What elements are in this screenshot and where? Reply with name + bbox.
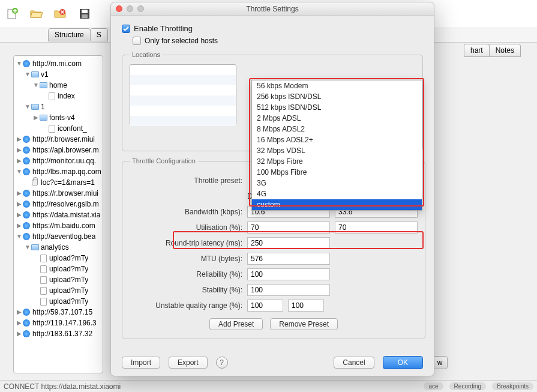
status-breakpoints[interactable]: Breakpoints: [492, 382, 533, 390]
tree-item[interactable]: upload?mTy: [15, 285, 101, 296]
reliability-label: Reliability (%):: [130, 270, 242, 279]
tree-item[interactable]: loc?c=1&mars=1: [15, 177, 101, 188]
unstable-range-min-input[interactable]: [247, 300, 283, 312]
window-minimize-icon: [127, 5, 133, 12]
tree-item-label: http://aeventlog.bea: [32, 231, 95, 242]
tree-item[interactable]: ▼home: [15, 80, 101, 91]
tree-item[interactable]: ▶http://119.147.196.3: [15, 318, 101, 328]
preset-option[interactable]: 2 Mbps ADSL: [252, 113, 422, 124]
bandwidth-label: Bandwidth (kbps):: [130, 208, 242, 216]
disclosure-triangle-icon[interactable]: ▶: [16, 188, 22, 199]
unstable-range-max-input[interactable]: [288, 300, 324, 312]
mtu-input[interactable]: [247, 253, 330, 265]
preset-option[interactable]: 56 kbps Modem: [252, 80, 422, 91]
tree-item-label: fonts-v4: [49, 112, 75, 123]
disclosure-triangle-icon[interactable]: ▶: [16, 328, 22, 339]
disclosure-triangle-icon[interactable]: ▼: [16, 58, 22, 69]
disclosure-triangle-icon[interactable]: ▼: [33, 80, 39, 91]
locations-list[interactable]: [130, 64, 236, 125]
tree-item[interactable]: ▶http://59.37.107.15: [15, 307, 101, 318]
page-icon: [39, 254, 47, 262]
preset-option[interactable]: 3G: [252, 178, 422, 188]
utilisation-upload-input[interactable]: [335, 222, 418, 234]
preset-option[interactable]: 16 Mbps ADSL2+: [252, 134, 422, 145]
tab-structure[interactable]: Structure: [48, 28, 91, 41]
tree-item[interactable]: ▶https://data.mistat.xia: [15, 210, 101, 220]
tree-item[interactable]: upload?mTy: [15, 253, 101, 264]
tree-item[interactable]: upload?mTy: [15, 274, 101, 285]
preset-option[interactable]: 8 Mbps ADSL2: [252, 124, 422, 134]
disclosure-triangle-icon[interactable]: ▶: [16, 134, 22, 145]
page-icon: [39, 276, 47, 284]
import-button[interactable]: Import: [122, 357, 160, 369]
tree-item[interactable]: ▶http://183.61.37.32: [15, 328, 101, 339]
status-cut-ace[interactable]: ace: [424, 382, 443, 390]
only-selected-hosts-checkbox[interactable]: [133, 37, 141, 45]
tree-item[interactable]: ▶https://r.browser.miui: [15, 188, 101, 199]
ok-button[interactable]: OK: [383, 356, 423, 369]
rtt-input[interactable]: [247, 237, 330, 249]
disclosure-triangle-icon[interactable]: ▶: [16, 220, 22, 231]
reliability-input[interactable]: [247, 268, 330, 280]
save-icon[interactable]: [78, 7, 91, 20]
tree-item[interactable]: ▶http://r.browser.miui: [15, 134, 101, 145]
utilisation-download-input[interactable]: [247, 222, 330, 234]
throttle-preset-dropdown[interactable]: 56 kbps Modem256 kbps ISDN/DSL512 kbps I…: [251, 80, 422, 211]
remove-preset-button[interactable]: Remove Preset: [270, 318, 338, 330]
tree-item[interactable]: ▶https://api.browser.m: [15, 145, 101, 155]
disclosure-triangle-icon[interactable]: ▼: [16, 231, 22, 242]
new-session-icon[interactable]: [6, 7, 19, 20]
disclosure-triangle-icon[interactable]: ▶: [16, 145, 22, 155]
tab-notes[interactable]: Notes: [489, 44, 521, 57]
tree-item[interactable]: ▼http://aeventlog.bea: [15, 231, 101, 242]
status-recording[interactable]: Recording: [449, 382, 487, 390]
tree-item[interactable]: upload?mTy: [15, 296, 101, 307]
preset-option[interactable]: 32 Mbps Fibre: [252, 156, 422, 167]
disclosure-triangle-icon[interactable]: ▶: [16, 318, 22, 328]
tab-chart-cut[interactable]: hart: [464, 44, 490, 57]
tab-cut-s[interactable]: S: [90, 28, 108, 41]
disclosure-triangle-icon[interactable]: ▶: [33, 112, 39, 123]
tree-item-label: upload?mTy: [49, 253, 88, 264]
cancel-button[interactable]: Cancel: [334, 357, 374, 369]
session-tree[interactable]: ▼http://m.mi.com▼v1▼homeindex▼1▶fonts-v4…: [13, 55, 103, 373]
disclosure-triangle-icon[interactable]: ▼: [25, 242, 31, 253]
tree-item[interactable]: ▶http://monitor.uu.qq.: [15, 155, 101, 166]
preset-option[interactable]: custom: [252, 199, 422, 210]
disclosure-triangle-icon[interactable]: ▶: [16, 155, 22, 166]
tree-item[interactable]: ▶fonts-v4: [15, 112, 101, 123]
tree-item[interactable]: ▼http://lbs.map.qq.com: [15, 166, 101, 177]
tree-item-label: http://183.61.37.32: [32, 328, 92, 339]
tree-item[interactable]: ▼1: [15, 101, 101, 112]
dialog-titlebar[interactable]: Throttle Settings: [111, 2, 434, 16]
tree-item[interactable]: ▶http://resolver.gslb.m: [15, 199, 101, 210]
preset-option[interactable]: 100 Mbps Fibre: [252, 167, 422, 178]
export-button[interactable]: Export: [169, 357, 208, 369]
tree-item[interactable]: ▼analytics: [15, 242, 101, 253]
disclosure-triangle-icon[interactable]: ▶: [16, 210, 22, 220]
tree-item[interactable]: ▼v1: [15, 69, 101, 80]
tree-item[interactable]: iconfont_: [15, 123, 101, 134]
tree-item[interactable]: index: [15, 91, 101, 101]
tree-item-label: https://r.browser.miui: [32, 188, 98, 199]
disclosure-triangle-icon[interactable]: ▶: [16, 307, 22, 318]
preset-option[interactable]: 256 kbps ISDN/DSL: [252, 91, 422, 102]
disclosure-triangle-icon[interactable]: ▼: [25, 101, 31, 112]
open-folder-icon[interactable]: [30, 7, 43, 20]
disclosure-triangle-icon[interactable]: ▶: [16, 199, 22, 210]
window-close-icon[interactable]: [116, 5, 122, 12]
enable-throttling-checkbox[interactable]: [122, 25, 130, 33]
preset-option[interactable]: 4G: [252, 188, 422, 199]
tree-item[interactable]: upload?mTy: [15, 264, 101, 274]
preset-option[interactable]: 32 Mbps VDSL: [252, 145, 422, 156]
tree-item[interactable]: ▶https://m.baidu.com: [15, 220, 101, 231]
disclosure-triangle-icon[interactable]: ▼: [16, 166, 22, 177]
help-button[interactable]: ?: [216, 357, 228, 369]
disclosure-triangle-icon[interactable]: ▼: [25, 69, 31, 80]
tree-item-label: http://lbs.map.qq.com: [32, 166, 101, 177]
close-session-icon[interactable]: [54, 7, 67, 20]
add-preset-button[interactable]: Add Preset: [209, 318, 263, 330]
preset-option[interactable]: 512 kbps ISDN/DSL: [252, 102, 422, 113]
stability-input[interactable]: [247, 284, 330, 296]
tree-item[interactable]: ▼http://m.mi.com: [15, 58, 101, 69]
